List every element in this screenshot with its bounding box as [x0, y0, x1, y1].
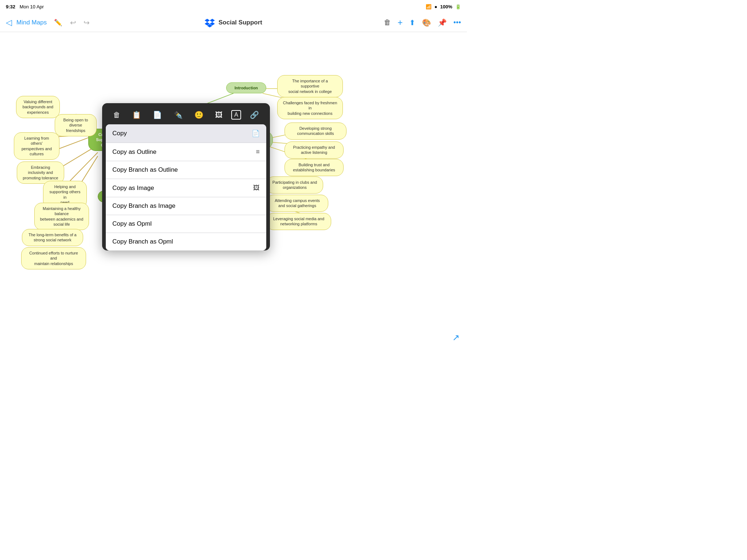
date: Mon 10 Apr	[20, 4, 44, 9]
node-learning-others[interactable]: Learning from others'perspectives and cu…	[14, 132, 59, 160]
add-icon[interactable]: +	[398, 18, 403, 28]
toolbar-icons: 🗑 📋 📄 ✒️ 🙂 🖼 A 🔗	[106, 107, 266, 124]
node-building-trust[interactable]: Building trust andestablishing boundarie…	[285, 159, 344, 176]
edit-toolbar-icon[interactable]: ✒️	[171, 109, 186, 121]
back-label[interactable]: Mind Maps	[16, 19, 47, 26]
node-challenges-freshmen[interactable]: Challenges faced by freshmen inbuilding …	[277, 97, 343, 119]
intro-node[interactable]: Introduction	[226, 82, 266, 93]
dropbox-logo	[205, 18, 215, 28]
image-icon: 🖼	[253, 184, 260, 192]
battery-label: 100%	[440, 4, 452, 9]
more-icon[interactable]: •••	[453, 18, 461, 27]
wifi-icon: 📶	[426, 4, 431, 9]
copy-icon: 📄	[252, 129, 260, 137]
node-attending-events[interactable]: Attending campus eventsand social gather…	[266, 195, 328, 212]
node-empathy-listening[interactable]: Practicing empathy and active listening	[285, 141, 344, 159]
undo-icon[interactable]: ↩	[70, 18, 76, 27]
menu-item-copy-as-opml[interactable]: Copy as Opml	[106, 215, 266, 233]
edit-icon[interactable]: ✏️	[54, 19, 62, 27]
back-icon[interactable]: ◁	[6, 18, 12, 27]
pin-icon[interactable]: 📌	[438, 18, 447, 27]
node-longterm-benefits[interactable]: The long-term benefits of astrong social…	[22, 229, 83, 246]
status-indicators: 📶 ● 100% 🔋	[426, 4, 461, 9]
nav-left: ◁ Mind Maps ✏️ ↩ ↪	[6, 18, 90, 27]
copy-branch-outline-label: Copy Branch as Outline	[112, 166, 178, 174]
page-title: Social Support	[218, 19, 262, 26]
nav-right: 🗑 + ⬆ 🎨 📌 •••	[384, 18, 461, 28]
image-toolbar-icon[interactable]: 🖼	[212, 109, 225, 121]
emoji-toolbar-icon[interactable]: 🙂	[191, 109, 206, 121]
toolbar-popup: 🗑 📋 📄 ✒️ 🙂 🖼 A 🔗 Copy 📄 Copy as Outline …	[102, 103, 270, 250]
battery-icon: 🔋	[455, 4, 461, 9]
paste-toolbar-icon[interactable]: 📄	[150, 109, 165, 121]
menu-item-copy-as-outline[interactable]: Copy as Outline ≡	[106, 143, 266, 161]
delete-toolbar-icon[interactable]: 🗑	[110, 109, 123, 121]
menu-item-copy-as-image[interactable]: Copy as Image 🖼	[106, 179, 266, 197]
copy-label: Copy	[112, 130, 127, 137]
copy-opml-label: Copy as Opml	[112, 220, 152, 228]
delete-icon[interactable]: 🗑	[384, 18, 391, 27]
node-social-media[interactable]: Leveraging social media andnetworking pl…	[266, 213, 331, 230]
menu-item-copy-branch-as-opml[interactable]: Copy Branch as Opml	[106, 233, 266, 250]
node-continued-efforts[interactable]: Continued efforts to nurture andmaintain…	[21, 247, 86, 269]
mind-map-canvas: Creating Supportive Circle Being open to…	[0, 32, 467, 350]
copy-outline-label: Copy as Outline	[112, 148, 156, 156]
signal-icon: ●	[434, 4, 437, 9]
nav-center: Social Support	[205, 18, 262, 28]
link-toolbar-icon[interactable]: 🔗	[247, 109, 262, 121]
theme-icon[interactable]: 🎨	[422, 18, 431, 27]
node-valuing-backgrounds[interactable]: Being open to diverse friendships Valuin…	[16, 96, 60, 118]
status-time-date: 9:32 Mon 10 Apr	[6, 4, 44, 9]
node-healthy-balance[interactable]: Maintaining a healthy balancebetween aca…	[34, 203, 89, 230]
svg-line-4	[70, 152, 98, 181]
node-importance-social[interactable]: The importance of a supportivesocial net…	[277, 75, 343, 97]
copy-toolbar-icon[interactable]: 📋	[129, 109, 144, 121]
copy-image-label: Copy as Image	[112, 184, 154, 192]
node-communication-skills[interactable]: Developing strong communication skills	[285, 122, 347, 140]
node-embracing-inclusivity[interactable]: Embracing inclusivity andpromoting toler…	[17, 162, 64, 184]
menu-item-copy-branch-as-outline[interactable]: Copy Branch as Outline	[106, 161, 266, 179]
node-participating-clubs[interactable]: Participating in clubs and organizations	[266, 176, 323, 194]
context-menu: Copy 📄 Copy as Outline ≡ Copy Branch as …	[106, 124, 266, 250]
share-icon[interactable]: ⬆	[409, 18, 415, 27]
copy-branch-image-label: Copy Branch as Image	[112, 202, 175, 210]
node-being-open[interactable]: Being open to diverse friendships	[55, 114, 97, 136]
time: 9:32	[6, 4, 15, 9]
redo-icon[interactable]: ↪	[84, 18, 90, 27]
copy-branch-opml-label: Copy Branch as Opml	[112, 238, 173, 245]
resize-handle[interactable]: ↗	[452, 332, 460, 343]
text-toolbar-icon[interactable]: A	[231, 110, 241, 120]
outline-icon: ≡	[256, 148, 260, 156]
status-bar: 9:32 Mon 10 Apr 📶 ● 100% 🔋	[0, 0, 467, 13]
nav-bar: ◁ Mind Maps ✏️ ↩ ↪ Social Support 🗑 + ⬆ …	[0, 13, 467, 32]
menu-item-copy-branch-as-image[interactable]: Copy Branch as Image	[106, 197, 266, 215]
menu-item-copy[interactable]: Copy 📄	[106, 124, 266, 143]
